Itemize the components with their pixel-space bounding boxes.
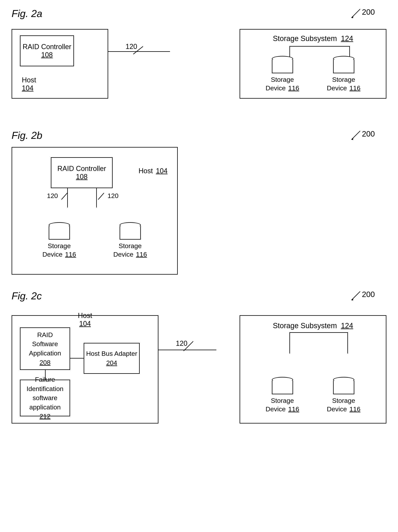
fig2a-connection-ref: 120 [126,43,137,51]
fig2c-raid-fi-line [45,370,46,380]
fig2b-cylinders: Storage Device 116 Storage Device 116 [24,222,166,259]
fig2b-label: Fig. 2b [12,130,386,141]
fig2b-section: Fig. 2b 200 RAID Controller 108 Host 104 [12,130,386,275]
fig2a-storage-device-right: Storage Device 116 [327,56,360,92]
svg-marker-8 [351,298,353,301]
fig2a-storage-label-left: Storage Device 116 [266,75,299,92]
fig2b-ref-right: 120 [97,192,118,200]
raid-controller-title: RAID Controller [23,43,71,51]
fig2b-host-box: RAID Controller 108 Host 104 120 [12,147,178,275]
fig2b-cylinder-left [49,222,70,240]
fig2c-hba-box: Host Bus Adapter 204 [84,343,140,374]
fig2a-host-box: RAID Controller 108 Host 104 [12,29,108,99]
fig2c-section: Fig. 2c 200 Host 104 RAID Software Appli… [12,290,386,433]
fig2c-connection-ref: 120 [176,339,187,348]
fig2c-fi-box: Failure Identification software applicat… [20,380,70,416]
fig2c-label: Fig. 2c [12,290,386,302]
fig2b-raid-controller-box: RAID Controller 108 [51,157,113,188]
fig2c-host-box: Host 104 RAID Software Application 208 H… [12,315,158,424]
fig2c-vline-left [289,332,290,354]
fig2c-storage-device-left: Storage Device 116 [266,377,299,413]
fig2b-host-label: Host 104 [138,167,168,175]
raid-controller-ref: 108 [41,51,53,59]
fig2c-hline [289,332,348,333]
fig2b-storage-label-right: Storage Device 116 [113,241,147,259]
fig2c-hba-content: Host Bus Adapter 204 [86,349,137,367]
fig2a-cylinders: Storage Device 116 Storage Device 116 [240,56,386,92]
fig2c-storage-title: Storage Subsystem 124 [240,322,386,330]
fig2a-storage-box: Storage Subsystem 124 Storage Dev [240,29,386,99]
fig2a-storage-title: Storage Subsystem 124 [240,34,386,43]
fig2a-cylinder-left [272,56,293,73]
fig2c-raid-box: RAID Software Application 208 [20,327,70,370]
fig2c-cylinders: Storage Device 116 Storage Device 116 [240,377,386,413]
fig2b-ref: 200 [349,130,375,141]
fig2a-raid-controller-box: RAID Controller 108 [20,35,74,66]
fig2b-raid-title: RAID Controller [57,165,106,173]
fig2a-host-label: Host 104 [22,76,36,92]
fig2b-vline-right [96,188,97,208]
fig2a-section: Fig. 2a 200 RAID Controller 108 Host 104 [12,8,386,114]
fig2c-raid-content: RAID Software Application 208 [29,330,61,367]
fig2b-storage-device-left: Storage Device 116 [42,222,76,259]
fig2b-ref-left: 120 [47,192,68,200]
fig2a-h-line [289,46,350,47]
fig2c-storage-label-left: Storage Device 116 [266,396,299,413]
svg-line-5 [62,193,67,200]
fig2c-storage-device-right: Storage Device 116 [327,377,360,413]
svg-marker-4 [351,138,353,140]
fig2c-cylinder-right [333,377,354,394]
fig2b-storage-device-right: Storage Device 116 [113,222,147,259]
fig2c-host-label: Host 104 [12,311,158,328]
fig2b-cylinder-right [120,222,141,240]
fig2c-fi-content: Failure Identification software applicat… [20,375,69,421]
fig2a-storage-device-left: Storage Device 116 [266,56,299,92]
fig2a-label: Fig. 2a [12,8,386,19]
fig2a-storage-label-right: Storage Device 116 [327,75,360,92]
fig2c-storage-box: Storage Subsystem 124 Storage Device [240,315,386,424]
svg-marker-1 [351,16,353,18]
svg-line-6 [98,193,104,200]
fig2b-raid-ref: 108 [76,173,87,181]
fig2c-vline-right [347,332,348,354]
fig2c-ref: 200 [349,290,375,301]
fig2c-storage-label-right: Storage Device 116 [327,396,360,413]
fig2b-storage-label-left: Storage Device 116 [42,241,76,259]
fig2c-raid-hba-line [70,358,84,359]
fig2c-cylinder-left [272,377,293,394]
fig2a-cylinder-right [333,56,354,73]
fig2a-ref: 200 [349,8,375,19]
